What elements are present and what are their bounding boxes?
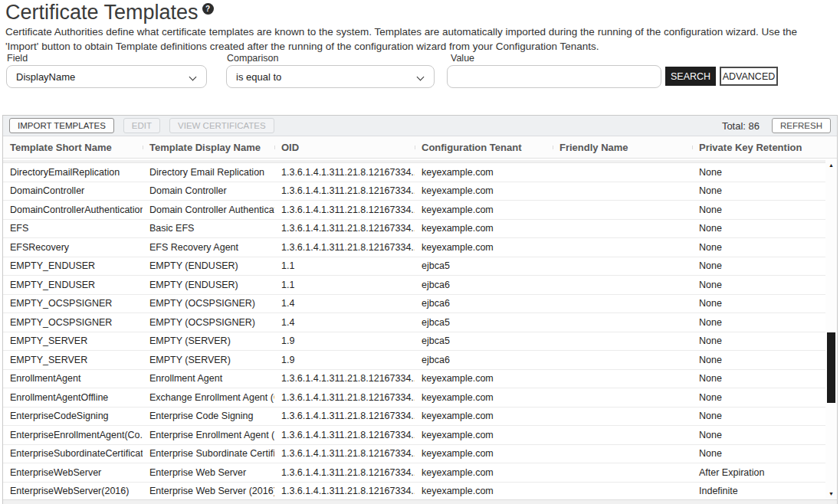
table-row[interactable]: EMPTY_SERVEREMPTY (SERVER)1.9ejbca5None [3, 332, 825, 352]
table-cell: None [692, 392, 825, 403]
table-row[interactable]: EnrollmentAgentOfflineExchange Enrollmen… [3, 388, 825, 407]
import-templates-button[interactable]: IMPORT TEMPLATES [9, 118, 114, 133]
table-row[interactable]: EMPTY_OCSPSIGNEREMPTY (OCSPSIGNER)1.4ejb… [3, 295, 825, 314]
table-cell: DomainController [3, 185, 143, 196]
table-cell: EMPTY (ENDUSER) [143, 280, 274, 290]
column-header[interactable]: Template Display Name [143, 142, 274, 153]
scrollbar-thumb[interactable] [827, 332, 835, 403]
table-cell: EFSRecovery [3, 242, 143, 253]
table-cell: 1.3.6.1.4.1.311.21.8.12167334.... [274, 411, 415, 421]
table-cell: EnterpriseWebServer(2016) [3, 486, 143, 496]
table-cell: After Expiration [692, 467, 825, 478]
total-count: Total: 86 [722, 120, 760, 132]
value-input[interactable] [447, 65, 661, 88]
column-header[interactable]: Private Key Retention [692, 142, 837, 153]
table-cell: keyexample.com [415, 430, 553, 440]
table-row[interactable]: EMPTY_OCSPSIGNEREMPTY (OCSPSIGNER)1.4ejb… [3, 313, 825, 332]
table-cell: keyexample.com [415, 467, 553, 478]
column-header[interactable]: Configuration Tenant [415, 142, 553, 153]
table-cell: Domain Controller Authentication [143, 205, 274, 215]
table-cell: keyexample.com [415, 448, 553, 459]
table-cell: Enterprise Enrollment Agent (C... [143, 430, 274, 440]
table-cell: None [692, 280, 825, 290]
refresh-button[interactable]: REFRESH [772, 118, 831, 133]
edit-button[interactable]: EDIT [123, 118, 160, 133]
help-icon[interactable]: ? [202, 3, 214, 15]
table-cell: Enterprise Subordinate Certific... [143, 448, 274, 459]
value-label: Value [451, 53, 474, 64]
table-cell: None [692, 411, 825, 421]
table-cell: None [692, 185, 825, 196]
table-row[interactable]: DirectoryEmailReplicationDirectory Email… [3, 163, 825, 182]
table-header-row: Template Short NameTemplate Display Name… [3, 136, 837, 159]
table-row[interactable]: EMPTY_ENDUSEREMPTY (ENDUSER)1.1ejbca5Non… [3, 257, 825, 277]
column-header[interactable]: Friendly Name [553, 142, 692, 153]
table-cell: Directory Email Replication [143, 167, 274, 178]
search-button[interactable]: SEARCH [665, 67, 716, 86]
table-cell: EnterpriseSubordinateCertificati... [3, 448, 143, 459]
table-cell: 1.3.6.1.4.1.311.21.8.12167334.... [274, 430, 415, 440]
chevron-down-icon [189, 74, 197, 81]
field-label: Field [7, 53, 28, 64]
table-cell: EnrollmentAgentOffline [3, 392, 143, 403]
horizontal-scrollbar-track[interactable] [3, 499, 837, 504]
table-cell: keyexample.com [415, 373, 553, 384]
table-cell: Enterprise Code Signing [143, 411, 274, 421]
table-row[interactable]: EnrollmentAgentEnrollment Agent1.3.6.1.4… [3, 370, 825, 389]
scroll-up-icon[interactable]: ▲ [825, 162, 837, 169]
table-row[interactable]: EnterpriseSubordinateCertificati...Enter… [3, 445, 825, 464]
table-row[interactable]: DomainControllerAuthenticationDomain Con… [3, 201, 825, 220]
table-cell: None [692, 373, 825, 384]
table-cell: Exchange Enrollment Agent (Of... [143, 392, 274, 403]
view-certificates-button[interactable]: VIEW CERTIFICATES [169, 118, 274, 133]
table-cell: ejbca6 [415, 298, 553, 309]
table-cell: 1.3.6.1.4.1.311.21.8.12167334.... [274, 486, 415, 496]
table-cell: None [692, 335, 825, 346]
comparison-label: Comparison [227, 53, 278, 64]
table-cell: None [692, 317, 825, 328]
table-cell: None [692, 260, 825, 271]
table-row[interactable]: EMPTY_ENDUSEREMPTY (ENDUSER)1.1ejbca6Non… [3, 276, 825, 295]
field-select-value: DisplayName [16, 71, 75, 83]
table-cell: EMPTY_SERVER [3, 355, 143, 365]
table-cell: 1.3.6.1.4.1.311.21.8.12167334.... [274, 467, 415, 478]
table-row[interactable]: EMPTY_SERVEREMPTY (SERVER)1.9ejbca6None [3, 351, 825, 370]
scroll-down-icon[interactable]: ▼ [825, 490, 837, 498]
table-cell: EnterpriseEnrollmentAgent(Co... [3, 430, 143, 440]
table-cell: keyexample.com [415, 411, 553, 421]
advanced-button[interactable]: ADVANCED [720, 67, 778, 86]
table-cell: 1.3.6.1.4.1.311.21.8.12167334.... [274, 205, 415, 215]
page-header: Certificate Templates ? Certificate Auth… [0, 0, 840, 54]
table-row[interactable]: DomainControllerDomain Controller1.3.6.1… [3, 182, 825, 201]
table-cell: ejbca5 [415, 317, 553, 328]
column-header[interactable]: Template Short Name [3, 142, 143, 153]
table-cell: Enterprise Web Server [143, 467, 274, 478]
table-cell: keyexample.com [415, 167, 553, 178]
table-cell: keyexample.com [415, 486, 553, 496]
table-row[interactable]: EnterpriseWebServerEnterprise Web Server… [3, 463, 825, 483]
table-row[interactable]: EnterpriseEnrollmentAgent(Co...Enterpris… [3, 426, 825, 445]
table-cell: EMPTY_ENDUSER [3, 280, 143, 290]
table-cell: EnterpriseWebServer [3, 467, 143, 478]
table-cell: Basic EFS [143, 223, 274, 234]
table-cell: EMPTY (OCSPSIGNER) [143, 317, 274, 328]
table-row[interactable]: EFSRecoveryEFS Recovery Agent1.3.6.1.4.1… [3, 238, 825, 257]
page-description: Certificate Authorities define what cert… [5, 25, 834, 54]
table-row[interactable]: EnterpriseWebServer(2016)Enterprise Web … [3, 483, 825, 500]
table-cell: 1.4 [274, 317, 415, 328]
table-cell: EMPTY (OCSPSIGNER) [143, 298, 274, 309]
comparison-select[interactable]: is equal to [226, 65, 435, 88]
table-cell: EMPTY_OCSPSIGNER [3, 317, 143, 328]
table-cell: Enterprise Web Server (2016) [143, 486, 274, 496]
column-header[interactable]: OID [274, 142, 415, 153]
table-cell: EFS [3, 223, 143, 234]
vertical-scrollbar[interactable]: ▲ ▼ [825, 160, 837, 499]
field-select[interactable]: DisplayName [6, 65, 207, 88]
table-cell: None [692, 167, 825, 178]
table-cell: ejbca5 [415, 260, 553, 271]
table-cell: keyexample.com [415, 392, 553, 403]
table-cell: 1.3.6.1.4.1.311.21.8.12167334.... [274, 448, 415, 459]
table-row[interactable]: EnterpriseCodeSigningEnterprise Code Sig… [3, 407, 825, 427]
table-cell: ejbca6 [415, 280, 553, 290]
table-row[interactable]: EFSBasic EFS1.3.6.1.4.1.311.21.8.1216733… [3, 220, 825, 239]
